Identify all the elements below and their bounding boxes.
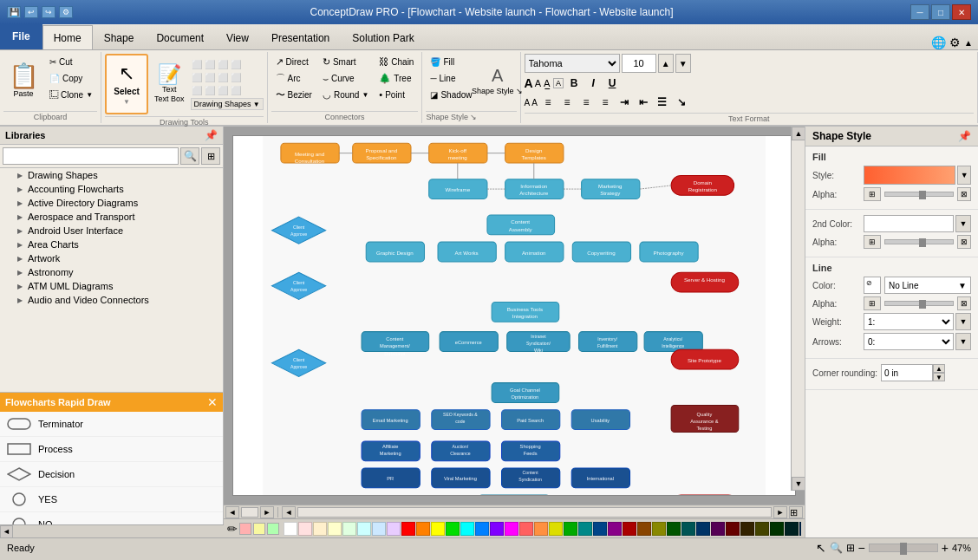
swatch-8[interactable] <box>401 522 415 536</box>
current-color[interactable] <box>239 523 251 535</box>
text-style-button[interactable]: A Shape Style ↘ <box>479 54 517 107</box>
swatch-30[interactable] <box>726 522 740 536</box>
swatch-12[interactable] <box>460 522 474 536</box>
nav-hscroll-right[interactable]: ► <box>773 506 787 518</box>
app-icon-3[interactable]: ↪ <box>42 6 55 18</box>
lib-item-accounting[interactable]: Accounting Flowcharts <box>0 182 223 196</box>
swatch-25[interactable] <box>652 522 666 536</box>
tab-view[interactable]: View <box>215 25 260 49</box>
nav-next-btn[interactable]: ► <box>260 506 274 518</box>
scroll-left-btn[interactable]: ◄ <box>0 525 13 538</box>
lib-item-artwork[interactable]: Artwork <box>0 251 223 265</box>
smart-button[interactable]: ↻ Smart <box>318 54 373 69</box>
alpha2-slider[interactable] <box>884 239 954 244</box>
nav-hscroll-left[interactable]: ◄ <box>282 506 296 518</box>
search-status-icon[interactable]: 🔍 <box>830 542 843 554</box>
corner-spin-up[interactable]: ▲ <box>933 364 945 373</box>
shape-8[interactable]: ⬜ <box>230 71 242 83</box>
lib-item-audio[interactable]: Audio and Video Connectors <box>0 293 223 307</box>
swatch-33[interactable] <box>770 522 784 536</box>
swatch-1[interactable] <box>298 522 312 536</box>
swatch-26[interactable] <box>667 522 681 536</box>
lib-item-aerospace[interactable]: Aerospace and Transport <box>0 210 223 224</box>
swatch-27[interactable] <box>681 522 695 536</box>
align-left[interactable]: ≡ <box>539 94 557 111</box>
underline-button[interactable]: U <box>603 75 621 92</box>
current-color-2[interactable] <box>253 523 265 535</box>
cursor-icon[interactable]: ↖ <box>816 541 826 555</box>
swatch-5[interactable] <box>357 522 371 536</box>
shadow-button[interactable]: ◪ Shadow <box>426 87 476 102</box>
shape-style-pin[interactable]: 📌 <box>958 130 971 142</box>
alpha2-clear[interactable]: ⊠ <box>957 235 971 249</box>
canvas-inner[interactable]: Meeting and Consultation Proposal and Sp… <box>224 127 805 505</box>
paste-button[interactable]: 📋 Paste <box>3 54 43 107</box>
arrows-select[interactable]: 0: <box>864 333 954 350</box>
swatch-13[interactable] <box>475 522 489 536</box>
fill-color-picker[interactable] <box>864 166 955 185</box>
line-alpha-slider[interactable] <box>884 301 954 306</box>
swatch-3[interactable] <box>328 522 342 536</box>
second-color-picker[interactable] <box>864 215 954 232</box>
lib-item-drawing-shapes[interactable]: Drawing Shapes <box>0 168 223 182</box>
line-alpha-clear[interactable]: ⊠ <box>957 296 971 310</box>
swatch-31[interactable] <box>740 522 754 536</box>
no-line-dropdown[interactable]: No Line ▼ <box>884 277 971 294</box>
tab-shape[interactable]: Shape <box>93 25 146 49</box>
file-tab[interactable]: File <box>0 23 42 49</box>
font-case-btn[interactable]: A̲ <box>544 78 551 89</box>
second-color-dropdown[interactable]: ▼ <box>955 215 971 232</box>
lib-item-android[interactable]: Android User Interface <box>0 224 223 238</box>
libraries-pin[interactable]: 📌 <box>205 129 218 141</box>
tab-solution-park[interactable]: Solution Park <box>341 25 425 49</box>
align-center[interactable]: ≡ <box>558 94 576 111</box>
lib-item-atm[interactable]: ATM UML Diagrams <box>0 279 223 293</box>
shape-4[interactable]: ⬜ <box>230 58 242 70</box>
app-icon-1[interactable]: 💾 <box>7 6 21 18</box>
direct-button[interactable]: ↗ Direct <box>271 54 316 69</box>
corner-spin-down[interactable]: ▼ <box>933 373 945 381</box>
corner-input[interactable] <box>881 364 933 381</box>
font-size-down[interactable]: ▼ <box>675 54 691 73</box>
bold-button[interactable]: B <box>565 75 583 92</box>
expand-icon[interactable]: ↘ <box>470 113 477 121</box>
current-color-3[interactable] <box>267 523 279 535</box>
swatch-4[interactable] <box>342 522 356 536</box>
shape-10[interactable]: ⬜ <box>204 84 216 96</box>
corner-btn[interactable]: ⊞ <box>789 506 803 518</box>
window-controls[interactable]: ─ □ ✕ <box>910 4 971 20</box>
swatch-35[interactable] <box>799 522 801 536</box>
select-button[interactable]: ↖ Select ▼ <box>105 54 148 114</box>
shape-process[interactable]: Process <box>0 437 223 462</box>
settings-icon[interactable]: ⚙ <box>949 36 961 49</box>
arrow-up-icon[interactable]: ▲ <box>964 38 973 48</box>
swatch-22[interactable] <box>608 522 622 536</box>
app-icons[interactable]: 💾 ↩ ↪ ⚙ <box>7 6 73 18</box>
copy-button[interactable]: 📄 Copy <box>45 70 97 86</box>
shape-12[interactable]: ⬜ <box>230 84 242 96</box>
zoom-slider[interactable] <box>869 544 938 552</box>
indent-btn[interactable]: ⇥ <box>616 94 633 111</box>
swatch-34[interactable] <box>785 522 799 536</box>
swatch-6[interactable] <box>372 522 386 536</box>
swatch-32[interactable] <box>755 522 769 536</box>
lib-item-area-charts[interactable]: Area Charts <box>0 238 223 251</box>
round-button[interactable]: ◡ Round ▼ <box>318 87 373 102</box>
swatch-14[interactable] <box>490 522 504 536</box>
grid-icon[interactable]: ⊞ <box>846 542 855 554</box>
font-select[interactable]: Tahoma <box>525 54 620 73</box>
align-right[interactable]: ≡ <box>577 94 595 111</box>
lib-item-active-directory[interactable]: Active Directory Diagrams <box>0 196 223 210</box>
help-icon[interactable]: 🌐 <box>931 36 946 49</box>
clone-button[interactable]: ⿺ Clone ▼ <box>45 87 97 102</box>
tab-document[interactable]: Document <box>145 25 215 49</box>
tab-home[interactable]: Home <box>42 25 93 49</box>
swatch-23[interactable] <box>623 522 636 536</box>
shape-3[interactable]: ⬜ <box>217 58 229 70</box>
maximize-button[interactable]: □ <box>931 4 950 20</box>
swatch-16[interactable] <box>519 522 533 536</box>
swatch-20[interactable] <box>578 522 592 536</box>
nav-prev-btn[interactable]: ◄ <box>225 506 239 518</box>
swatch-9[interactable] <box>416 522 430 536</box>
font-size-input[interactable] <box>622 54 656 73</box>
